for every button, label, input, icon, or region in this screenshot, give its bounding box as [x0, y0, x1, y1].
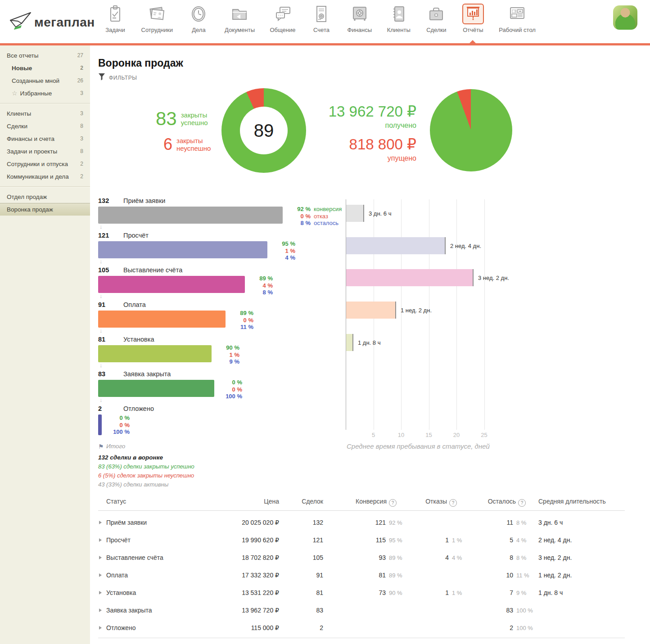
table-row[interactable]: Установка13 531 220 ₽817390 %11 %79 %1 д…	[98, 584, 625, 601]
cell-left: 83	[472, 607, 513, 614]
cell-refuse-pct: 1 %	[452, 589, 474, 596]
axis-tick: 20	[453, 432, 460, 438]
paper-plane-icon	[9, 11, 32, 34]
nav-item-отчёты[interactable]: Отчёты	[462, 4, 484, 33]
top-navigation-bar: мегаплан ЗадачиСотрудникиДелаДокументыОб…	[0, 0, 650, 43]
cell-left-pct: 100 %	[516, 607, 541, 613]
money-lost-value: 818 800 ₽	[279, 135, 416, 153]
table-row[interactable]: Заявка закрыта13 962 720 ₽8383100 %	[98, 601, 625, 619]
sidebar-item-сотрудники-и-отпуска[interactable]: Сотрудники и отпуска2	[0, 158, 90, 170]
table-row[interactable]: Отложено115 000 ₽22100 %	[98, 619, 625, 636]
expand-triangle-icon[interactable]	[99, 521, 102, 524]
nav-item-задачи[interactable]: Задачи	[104, 4, 126, 33]
sidebar-item-отдел-продаж[interactable]: Отдел продаж	[0, 190, 90, 203]
sidebar-item-count: 3	[80, 110, 83, 117]
stage-count: 2	[98, 405, 123, 412]
cell-refuse-pct: 4 %	[452, 554, 474, 561]
stage-count: 121	[98, 232, 123, 239]
arrow-down-icon: ↓	[98, 293, 343, 300]
expand-triangle-icon[interactable]	[99, 591, 102, 594]
expand-triangle-icon[interactable]	[99, 556, 102, 559]
table-row[interactable]: Выставление счёта18 702 820 ₽1059389 %44…	[98, 549, 625, 566]
cell-price: 115 000 ₽	[188, 624, 279, 631]
expand-triangle-icon[interactable]	[99, 626, 102, 630]
stage-stats: 89 %0 %11 %	[230, 310, 257, 331]
active-tab-arrow	[469, 40, 476, 43]
table-row[interactable]: Оплата17 332 320 ₽918189 %1011 %1 нед. 2…	[98, 566, 625, 584]
funnel-stage-7: 2Отложено0 %0 %100 %	[98, 404, 343, 436]
stage-count: 83	[98, 370, 123, 378]
sidebar-item-коммуникации-и-дела[interactable]: Коммуникации и дела2	[0, 170, 90, 183]
sidebar-item-новые[interactable]: Новые2	[0, 62, 90, 74]
money-lost-caption: упущено	[279, 154, 416, 162]
flag-icon: ⚑	[98, 443, 104, 450]
nav-item-финансы[interactable]: Финансы	[348, 4, 372, 33]
cell-status: Заявка закрыта	[106, 607, 152, 614]
nav-item-общение[interactable]: Общение	[270, 4, 296, 33]
expand-triangle-icon[interactable]	[99, 608, 102, 612]
funnel-stage-1: 132Приём заявки92 %конверсия0 %отказ8 %о…	[98, 196, 343, 230]
closed-success-caption: закрытыуспешно	[181, 111, 208, 126]
nav-item-клиенты[interactable]: Клиенты	[387, 4, 411, 33]
stage-stats: 92 %конверсия0 %отказ8 %осталось	[287, 206, 342, 227]
sidebar-item-сделки[interactable]: Сделки8	[0, 120, 90, 132]
grid-line	[429, 199, 429, 430]
nav-item-дела[interactable]: Дела	[188, 4, 209, 33]
stage-count: 91	[98, 301, 123, 308]
cell-status: Оплата	[106, 572, 128, 579]
time-bar	[346, 302, 396, 319]
filters-button[interactable]: ФИЛЬТРЫ	[98, 73, 137, 82]
table-row[interactable]: Приём заявки20 025 020 ₽13212192 %118 %3…	[98, 513, 625, 531]
time-bar	[346, 269, 474, 286]
nav-item-рабочий-стол[interactable]: Рабочий стол	[499, 4, 536, 33]
sidebar-item-count: 2	[80, 173, 83, 180]
nav-item-документы[interactable]: Документы	[225, 4, 255, 33]
main-nav: ЗадачиСотрудникиДелаДокументыОбщениеСчет…	[104, 4, 536, 33]
sidebar-item-label: Сотрудники и отпуска	[7, 161, 68, 167]
sidebar-item-label: Сделки	[7, 123, 27, 130]
desktop-icon	[506, 4, 528, 24]
col-price: Цена	[188, 498, 279, 505]
sidebar-item-задачи-и-проекты[interactable]: Задачи и проекты8	[0, 145, 90, 158]
sidebar-item-label: Клиенты	[7, 110, 31, 117]
sidebar-item-созданные-мной[interactable]: Созданные мной26	[0, 74, 90, 87]
nav-item-сделки[interactable]: Сделки	[425, 4, 447, 33]
help-icon[interactable]: ?	[449, 499, 457, 507]
help-icon[interactable]: ?	[518, 499, 526, 507]
sidebar-item-избранные[interactable]: ☆Избранные3	[0, 87, 90, 99]
expand-triangle-icon[interactable]	[99, 573, 102, 577]
page-title: Воронка продаж	[98, 57, 183, 69]
arrow-down-icon: ↓	[98, 328, 343, 334]
axis-tick: 5	[372, 432, 375, 438]
nav-label: Сделки	[426, 27, 446, 33]
cell-deals: 91	[287, 572, 323, 579]
invoices-icon	[311, 4, 332, 24]
megaplan-logo[interactable]: мегаплан	[9, 11, 95, 34]
nav-label: Задачи	[105, 27, 125, 33]
closed-fail-stat: 6 закрытынеуспешно	[163, 135, 211, 154]
sidebar-item-финансы-и-счета[interactable]: Финансы и счета3	[0, 132, 90, 145]
table-row[interactable]: Просчёт19 990 620 ₽12111595 %11 %54 %2 н…	[98, 531, 625, 549]
money-received-stat: 13 962 720 ₽ получено	[279, 103, 416, 130]
sidebar-item-count: 26	[77, 77, 83, 84]
cell-deals: 2	[287, 624, 323, 631]
sales-funnel-chart: 132Приём заявки92 %конверсия0 %отказ8 %о…	[98, 196, 343, 488]
user-avatar[interactable]	[613, 5, 637, 30]
sidebar-item-count: 2	[80, 161, 83, 167]
nav-item-сотрудники[interactable]: Сотрудники	[141, 4, 173, 33]
axis-tick: 15	[425, 432, 432, 438]
grid-line	[484, 199, 485, 430]
cell-left-pct: 9 %	[516, 589, 541, 596]
sidebar-item-все-отчеты[interactable]: Все отчеты27	[0, 49, 90, 62]
cell-conv: 93	[332, 554, 386, 561]
cell-left: 10	[472, 572, 513, 579]
sidebar-item-воронка-продаж[interactable]: Воронка продаж	[0, 203, 90, 216]
nav-item-счета[interactable]: Счета	[311, 4, 332, 33]
cell-status: Просчёт	[106, 536, 131, 544]
expand-triangle-icon[interactable]	[99, 538, 102, 542]
documents-icon	[229, 4, 250, 24]
sidebar-item-клиенты[interactable]: Клиенты3	[0, 107, 90, 120]
funnel-totals: ⚑Итого132 сделки в воронке83 (63%) сделк…	[98, 443, 343, 488]
stage-name: Просчёт	[123, 232, 149, 239]
accent-divider	[0, 43, 650, 45]
